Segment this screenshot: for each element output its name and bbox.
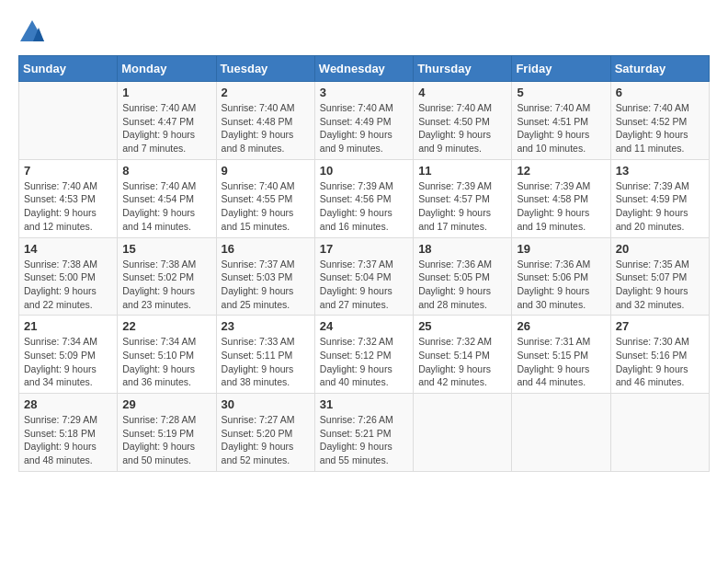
day-cell: 21Sunrise: 7:34 AM Sunset: 5:09 PM Dayli… [19,316,118,394]
day-info: Sunrise: 7:39 AM Sunset: 4:58 PM Dayligh… [517,179,605,234]
page-header [18,18,710,46]
day-number: 2 [222,86,310,99]
day-cell: 22Sunrise: 7:34 AM Sunset: 5:10 PM Dayli… [118,316,216,394]
day-cell: 7Sunrise: 7:40 AM Sunset: 4:53 PM Daylig… [19,159,118,237]
day-number: 3 [320,86,408,99]
calendar-table: SundayMondayTuesdayWednesdayThursdayFrid… [18,55,710,472]
day-cell: 2Sunrise: 7:40 AM Sunset: 4:48 PM Daylig… [216,82,314,160]
day-info: Sunrise: 7:38 AM Sunset: 5:00 PM Dayligh… [24,258,112,312]
column-header-saturday: Saturday [610,56,709,82]
day-info: Sunrise: 7:40 AM Sunset: 4:51 PM Dayligh… [517,101,605,155]
day-info: Sunrise: 7:33 AM Sunset: 5:11 PM Dayligh… [222,335,310,389]
day-info: Sunrise: 7:30 AM Sunset: 5:16 PM Dayligh… [616,335,704,389]
day-cell: 31Sunrise: 7:26 AM Sunset: 5:21 PM Dayli… [314,394,413,472]
day-number: 14 [24,242,112,256]
day-info: Sunrise: 7:39 AM Sunset: 4:56 PM Dayligh… [320,179,408,234]
day-cell: 4Sunrise: 7:40 AM Sunset: 4:50 PM Daylig… [414,82,512,160]
day-info: Sunrise: 7:40 AM Sunset: 4:52 PM Dayligh… [616,101,704,155]
week-row-5: 28Sunrise: 7:29 AM Sunset: 5:18 PM Dayli… [19,394,710,472]
day-cell: 13Sunrise: 7:39 AM Sunset: 4:59 PM Dayli… [610,159,709,237]
day-cell: 17Sunrise: 7:37 AM Sunset: 5:04 PM Dayli… [314,237,413,316]
column-header-wednesday: Wednesday [314,56,413,82]
day-number: 22 [122,319,210,333]
day-number: 4 [418,86,506,99]
day-number: 5 [517,86,605,99]
day-info: Sunrise: 7:37 AM Sunset: 5:03 PM Dayligh… [222,258,310,312]
day-info: Sunrise: 7:38 AM Sunset: 5:02 PM Dayligh… [122,258,210,312]
day-cell: 16Sunrise: 7:37 AM Sunset: 5:03 PM Dayli… [216,237,314,316]
column-header-thursday: Thursday [414,56,512,82]
day-info: Sunrise: 7:40 AM Sunset: 4:53 PM Dayligh… [24,179,112,234]
column-header-tuesday: Tuesday [216,56,314,82]
day-info: Sunrise: 7:40 AM Sunset: 4:50 PM Dayligh… [418,101,506,155]
day-cell: 24Sunrise: 7:32 AM Sunset: 5:12 PM Dayli… [314,316,413,394]
week-row-2: 7Sunrise: 7:40 AM Sunset: 4:53 PM Daylig… [19,159,710,237]
day-info: Sunrise: 7:39 AM Sunset: 4:59 PM Dayligh… [616,179,704,234]
day-cell: 8Sunrise: 7:40 AM Sunset: 4:54 PM Daylig… [118,159,216,237]
day-info: Sunrise: 7:40 AM Sunset: 4:55 PM Dayligh… [222,179,310,234]
column-header-sunday: Sunday [19,56,118,82]
day-number: 1 [122,86,210,99]
day-number: 13 [616,164,704,178]
day-number: 28 [24,397,112,411]
day-cell: 28Sunrise: 7:29 AM Sunset: 5:18 PM Dayli… [19,394,118,472]
day-number: 7 [24,164,112,178]
logo-icon [18,18,46,46]
day-number: 23 [222,319,310,333]
day-number: 30 [222,397,310,411]
day-info: Sunrise: 7:39 AM Sunset: 4:57 PM Dayligh… [418,179,506,234]
day-info: Sunrise: 7:36 AM Sunset: 5:05 PM Dayligh… [418,258,506,312]
day-info: Sunrise: 7:36 AM Sunset: 5:06 PM Dayligh… [517,258,605,312]
day-cell: 26Sunrise: 7:31 AM Sunset: 5:15 PM Dayli… [512,316,610,394]
day-number: 15 [122,242,210,256]
day-cell: 27Sunrise: 7:30 AM Sunset: 5:16 PM Dayli… [610,316,709,394]
day-number: 8 [122,164,210,178]
day-number: 21 [24,319,112,333]
day-cell: 25Sunrise: 7:32 AM Sunset: 5:14 PM Dayli… [414,316,512,394]
day-info: Sunrise: 7:40 AM Sunset: 4:47 PM Dayligh… [122,101,210,155]
day-cell: 19Sunrise: 7:36 AM Sunset: 5:06 PM Dayli… [512,237,610,316]
day-cell: 9Sunrise: 7:40 AM Sunset: 4:55 PM Daylig… [216,159,314,237]
day-info: Sunrise: 7:35 AM Sunset: 5:07 PM Dayligh… [616,258,704,312]
logo [18,18,51,46]
day-number: 29 [122,397,210,411]
day-number: 24 [320,319,408,333]
day-cell: 10Sunrise: 7:39 AM Sunset: 4:56 PM Dayli… [314,159,413,237]
day-cell [414,394,512,472]
day-number: 20 [616,242,704,256]
day-cell: 15Sunrise: 7:38 AM Sunset: 5:02 PM Dayli… [118,237,216,316]
day-cell: 1Sunrise: 7:40 AM Sunset: 4:47 PM Daylig… [118,82,216,160]
day-info: Sunrise: 7:32 AM Sunset: 5:12 PM Dayligh… [320,335,408,389]
week-row-4: 21Sunrise: 7:34 AM Sunset: 5:09 PM Dayli… [19,316,710,394]
day-number: 19 [517,242,605,256]
day-cell: 5Sunrise: 7:40 AM Sunset: 4:51 PM Daylig… [512,82,610,160]
day-number: 27 [616,319,704,333]
week-row-1: 1Sunrise: 7:40 AM Sunset: 4:47 PM Daylig… [19,82,710,160]
day-cell: 20Sunrise: 7:35 AM Sunset: 5:07 PM Dayli… [610,237,709,316]
day-cell: 29Sunrise: 7:28 AM Sunset: 5:19 PM Dayli… [118,394,216,472]
day-cell [512,394,610,472]
day-cell: 12Sunrise: 7:39 AM Sunset: 4:58 PM Dayli… [512,159,610,237]
day-cell [19,82,118,160]
day-cell: 14Sunrise: 7:38 AM Sunset: 5:00 PM Dayli… [19,237,118,316]
day-info: Sunrise: 7:26 AM Sunset: 5:21 PM Dayligh… [320,413,408,467]
week-row-3: 14Sunrise: 7:38 AM Sunset: 5:00 PM Dayli… [19,237,710,316]
day-number: 11 [418,164,506,178]
day-info: Sunrise: 7:40 AM Sunset: 4:49 PM Dayligh… [320,101,408,155]
day-info: Sunrise: 7:40 AM Sunset: 4:48 PM Dayligh… [222,101,310,155]
column-header-friday: Friday [512,56,610,82]
day-number: 25 [418,319,506,333]
day-number: 31 [320,397,408,411]
day-info: Sunrise: 7:27 AM Sunset: 5:20 PM Dayligh… [222,413,310,467]
day-info: Sunrise: 7:31 AM Sunset: 5:15 PM Dayligh… [517,335,605,389]
day-info: Sunrise: 7:32 AM Sunset: 5:14 PM Dayligh… [418,335,506,389]
day-number: 10 [320,164,408,178]
day-number: 26 [517,319,605,333]
day-number: 16 [222,242,310,256]
day-number: 18 [418,242,506,256]
day-cell: 11Sunrise: 7:39 AM Sunset: 4:57 PM Dayli… [414,159,512,237]
day-info: Sunrise: 7:34 AM Sunset: 5:10 PM Dayligh… [122,335,210,389]
column-header-monday: Monday [118,56,216,82]
day-number: 12 [517,164,605,178]
day-info: Sunrise: 7:28 AM Sunset: 5:19 PM Dayligh… [122,413,210,467]
